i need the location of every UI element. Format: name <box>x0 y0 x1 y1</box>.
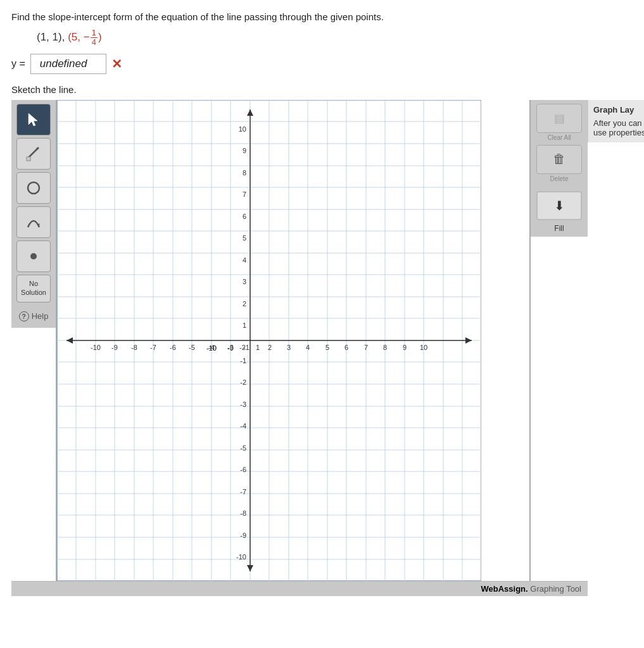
help-label: Help <box>32 311 49 321</box>
answer-row: y = undefined ✕ <box>11 54 633 74</box>
svg-text:-10: -10 <box>91 344 101 351</box>
svg-text:-4: -4 <box>240 422 246 430</box>
delete-label: Delete <box>550 175 569 182</box>
footer-bar: WebAssign. Graphing Tool <box>11 581 588 596</box>
svg-text:-3: -3 <box>227 344 234 351</box>
svg-text:1: 1 <box>243 321 246 329</box>
svg-text:1: 1 <box>256 344 260 351</box>
right-panel: ▤ Clear All 🗑 Delete ⬇ Fill <box>531 100 588 237</box>
graph-area[interactable]: -10 -9 -10 -10 -9 -8 -7 -6 -5 -4 <box>56 100 531 581</box>
svg-text:4: 4 <box>306 344 310 351</box>
sketch-label: Sketch the line. <box>11 84 633 95</box>
problem-points: (1, 1), (5, −14) <box>37 28 633 47</box>
svg-text:-6: -6 <box>240 466 246 473</box>
delete-button[interactable]: 🗑 <box>536 145 582 174</box>
svg-point-6 <box>30 253 37 259</box>
svg-text:-7: -7 <box>240 488 246 495</box>
answer-input[interactable]: undefined <box>30 54 106 74</box>
no-solution-button[interactable]: No Solution <box>16 275 51 302</box>
y-equals-label: y = <box>11 58 25 70</box>
circle-tool-button[interactable] <box>16 172 51 204</box>
svg-text:4: 4 <box>243 256 246 264</box>
svg-text:7: 7 <box>243 190 246 198</box>
problem-instruction: Find the slope-intercept form of the equ… <box>11 11 633 22</box>
clear-all-label: Clear All <box>547 134 571 141</box>
clear-all-button[interactable]: ▤ <box>536 104 582 133</box>
svg-text:-7: -7 <box>150 344 156 351</box>
svg-text:-3: -3 <box>240 401 246 408</box>
svg-text:2: 2 <box>268 344 272 351</box>
svg-text:-10: -10 <box>236 553 246 561</box>
svg-rect-3 <box>27 157 30 161</box>
fill-button[interactable]: ⬇ <box>536 191 582 220</box>
svg-text:2: 2 <box>243 300 246 308</box>
svg-text:10: 10 <box>239 125 246 133</box>
svg-text:-2: -2 <box>240 378 246 386</box>
parabola-tool-button[interactable] <box>16 206 51 238</box>
svg-text:8: 8 <box>243 169 246 177</box>
point2: (5, −14) <box>68 31 101 43</box>
svg-text:-1: -1 <box>243 344 249 351</box>
svg-text:3: 3 <box>287 344 291 351</box>
svg-text:9: 9 <box>403 344 407 351</box>
svg-text:3: 3 <box>243 278 246 285</box>
side-panel-body: After you can use properties <box>593 118 644 137</box>
help-icon: ? <box>19 311 29 321</box>
svg-text:-4: -4 <box>208 344 215 351</box>
svg-text:-5: -5 <box>189 344 195 351</box>
svg-text:6: 6 <box>243 213 246 220</box>
point-tool-button[interactable] <box>16 240 51 272</box>
left-toolbar: No Solution ? Help <box>11 100 56 328</box>
trash-icon: 🗑 <box>553 152 565 166</box>
svg-text:-9: -9 <box>240 532 246 539</box>
svg-text:9: 9 <box>243 147 246 154</box>
side-info-panel: Graph Lay After you can use properties <box>588 100 644 142</box>
svg-text:5: 5 <box>243 234 246 242</box>
side-panel-title: Graph Lay <box>593 105 644 115</box>
select-tool-button[interactable] <box>16 104 51 135</box>
svg-text:10: 10 <box>420 344 427 351</box>
svg-point-4 <box>28 182 39 194</box>
point1: (1, 1), <box>37 31 65 43</box>
tool-name-label: Graphing Tool <box>528 584 581 594</box>
svg-marker-0 <box>28 113 37 126</box>
svg-text:-6: -6 <box>170 344 176 351</box>
svg-text:-5: -5 <box>240 444 246 452</box>
svg-text:-8: -8 <box>131 344 137 351</box>
svg-text:6: 6 <box>344 344 348 351</box>
help-link[interactable]: ? Help <box>19 308 49 324</box>
fill-label: Fill <box>554 224 564 233</box>
line-tool-button[interactable] <box>16 138 51 170</box>
wrong-mark: ✕ <box>111 56 122 72</box>
svg-text:-9: -9 <box>111 344 118 351</box>
svg-text:7: 7 <box>364 344 368 351</box>
svg-text:5: 5 <box>325 344 329 351</box>
svg-text:-8: -8 <box>240 509 246 517</box>
graph-svg: -10 -9 -10 -10 -9 -8 -7 -6 -5 -4 <box>57 100 481 581</box>
svg-text:-1: -1 <box>240 357 246 364</box>
webassign-brand: WebAssign. <box>481 584 528 594</box>
svg-text:8: 8 <box>383 344 387 351</box>
